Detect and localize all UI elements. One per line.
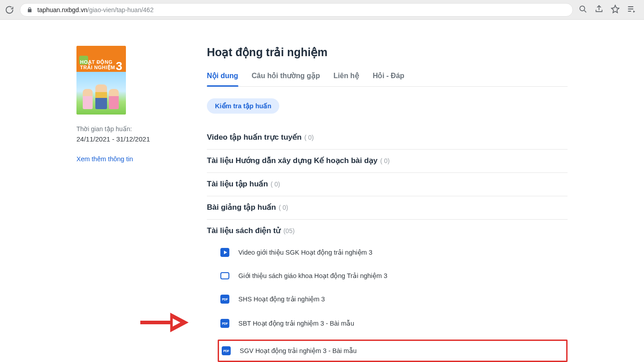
page-body: HOẠT ĐỘNG TRẢI NGHIỆM 3 Thời gian tập hu… [0,20,644,362]
address-bar[interactable]: taphuan.nxbgd.vn/giao-vien/tap-huan/462 [20,3,573,17]
zoom-icon[interactable] [578,4,587,15]
section-count: ( 0) [304,134,314,141]
playlist-icon[interactable] [627,4,636,15]
star-icon[interactable] [611,4,620,15]
tab-qa[interactable]: Hỏi - Đáp [373,71,404,86]
section-count: ( 0) [271,181,280,188]
item-label: SGV Hoạt động trải nghiệm 3 - Bài mẫu [240,347,357,354]
url-path: /giao-vien/tap-huan/462 [87,6,153,13]
tab-contact[interactable]: Liên hệ [334,71,359,86]
svg-point-0 [580,6,585,11]
section-title: Tài liệu tập huấn [207,179,268,189]
toolbar-right [578,4,640,15]
browser-toolbar: taphuan.nxbgd.vn/giao-vien/tap-huan/462 [0,0,644,20]
cover-title: HOẠT ĐỘNG TRẢI NGHIỆM [80,59,115,70]
pdf-icon: PDF [220,319,229,328]
share-icon[interactable] [595,4,604,15]
ebook-items: Video giới thiệu SGK Hoạt động trải nghi… [207,244,568,362]
pdf-icon: PDF [222,346,231,355]
training-period-value: 24/11/2021 - 31/12/2021 [76,135,189,143]
item-label: Giới thiệu sách giáo khoa Hoạt động Trải… [238,272,387,279]
item-label: SBT Hoạt động trải nghiệm 3 - Bài mẫu [238,320,354,327]
section-count: (05) [283,227,295,234]
ebook-item[interactable]: PDF SBT Hoạt động trải nghiệm 3 - Bài mẫ… [220,315,568,331]
ebook-item[interactable]: Giới thiệu sách giáo khoa Hoạt động Trải… [220,269,568,283]
tab-content[interactable]: Nội dung [207,71,238,86]
more-info-link[interactable]: Xem thêm thông tin [76,155,189,163]
ebook-item-highlighted[interactable]: PDF SGV Hoạt động trải nghiệm 3 - Bài mẫ… [218,340,568,362]
svg-line-1 [584,10,586,12]
cover-grade: 3 [116,59,122,73]
content-tabs: Nội dung Câu hỏi thường gặp Liên hệ Hỏi … [207,71,568,87]
section-ebooks[interactable]: Tài liệu sách điện tử (05) Video giới th… [207,220,568,362]
section-title: Video tập huấn trực tuyến [207,132,302,142]
quiz-button[interactable]: Kiểm tra tập huấn [207,98,279,114]
section-count: ( 0) [279,204,288,211]
ebook-item[interactable]: Video giới thiệu SGK Hoạt động trải nghi… [220,244,568,260]
page-title: Hoạt động trải nghiệm [207,46,568,59]
sidebar: HOẠT ĐỘNG TRẢI NGHIỆM 3 Thời gian tập hu… [76,46,189,362]
book-cover[interactable]: HOẠT ĐỘNG TRẢI NGHIỆM 3 [76,46,126,115]
ebook-item[interactable]: PDF SHS Hoạt động trải nghiệm 3 [220,291,568,307]
training-period-label: Thời gian tập huấn: [76,125,189,132]
section-materials[interactable]: Tài liệu tập huấn ( 0) [207,173,568,196]
section-video-online[interactable]: Video tập huấn trực tuyến ( 0) [207,126,568,150]
section-title: Tài liệu sách điện tử [207,226,281,235]
video-icon [220,248,229,257]
main-content: Hoạt động trải nghiệm Nội dung Câu hỏi t… [207,46,568,362]
slides-icon [220,272,229,279]
item-label: Video giới thiệu SGK Hoạt động trải nghi… [238,249,372,256]
section-count: ( 0) [380,157,390,164]
lock-icon [27,7,33,13]
section-title: Bài giảng tập huấn [207,203,276,212]
section-lectures[interactable]: Bài giảng tập huấn ( 0) [207,196,568,220]
url-text: taphuan.nxbgd.vn/giao-vien/tap-huan/462 [37,6,153,13]
section-guide[interactable]: Tài liệu Hướng dẫn xây dựng Kế hoạch bài… [207,150,568,173]
section-title: Tài liệu Hướng dẫn xây dựng Kế hoạch bài… [207,156,378,165]
reload-button[interactable] [4,5,14,15]
url-host: taphuan.nxbgd.vn [37,6,87,13]
tab-faq[interactable]: Câu hỏi thường gặp [252,71,320,86]
pdf-icon: PDF [220,295,229,304]
item-label: SHS Hoạt động trải nghiệm 3 [238,296,325,303]
